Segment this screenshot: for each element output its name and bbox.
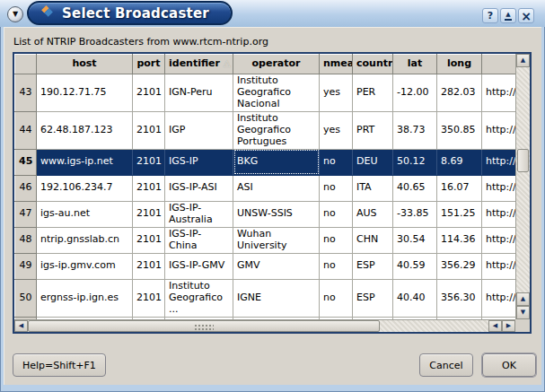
cell-url[interactable]: http://r [482,253,516,279]
scroll-left-button[interactable]: ◀ [14,320,28,332]
cell-operator[interactable]: BKG [233,149,320,175]
cell-url[interactable]: http://r [482,227,516,253]
cell-nmea[interactable]: no [320,279,353,317]
cell-long[interactable]: 282.03 [437,74,482,112]
cell-nmea[interactable]: no [320,227,353,253]
vertical-scroll-thumb[interactable] [517,149,529,172]
cell-port[interactable]: 2101 [133,227,165,253]
cancel-button[interactable]: Cancel [419,353,473,377]
cell-identifier[interactable]: IGS-IP-Australia [165,201,233,227]
column-header-nmea[interactable]: nmea [320,55,353,74]
cell-num[interactable]: 43 [15,74,37,112]
window-close-button[interactable]: × [518,8,534,23]
window-shade-button[interactable]: ▲ [500,8,516,23]
cell-identifier[interactable]: IGN-Peru [165,74,233,112]
window-menu-button[interactable]: ▼ [7,6,23,22]
cell-identifier[interactable]: IGP [165,111,233,149]
column-header-long[interactable]: long [437,55,482,74]
cell-url[interactable]: http://w ip.net/ [482,149,516,175]
cell-port[interactable]: 2101 [133,201,165,227]
cell-long[interactable]: 151.25 [437,201,482,227]
table-row[interactable]: 47igs-au.net2101IGS-IP-AustraliaUNSW-SSI… [15,201,516,227]
cell-lat[interactable]: -33.85 [393,201,437,227]
cell-lat[interactable]: 50.12 [393,149,437,175]
cell-port[interactable]: 2101 [133,253,165,279]
cell-country[interactable]: CHN [353,227,393,253]
cell-host[interactable]: igs-au.net [37,201,133,227]
column-header-lat[interactable]: lat [393,55,437,74]
table-row[interactable]: 50ergnss-ip.ign.es2101Instituto Geografi… [15,279,516,317]
cell-port[interactable]: 2101 [133,149,165,175]
column-header-port[interactable]: port [133,55,165,74]
table-row[interactable]: 46192.106.234.72101IGS-IP-ASIASInoITA40.… [15,175,516,201]
cell-url[interactable]: http://w [482,201,516,227]
ok-button[interactable]: OK [482,353,536,377]
scroll-up-button-secondary[interactable]: ▲ [516,292,530,306]
cell-country[interactable]: ITA [353,175,393,201]
table-row[interactable]: 4462.48.187.1232101IGPInstituto Geografi… [15,111,516,149]
cell-port[interactable]: 2101 [133,279,165,317]
cell-num[interactable]: 50 [15,279,37,317]
cell-operator[interactable]: IGNE [233,279,320,317]
cell-identifier[interactable]: IGS-IP-GMV [165,253,233,279]
column-header-operator[interactable]: operator [233,55,320,74]
column-header-host[interactable]: host [37,55,133,74]
column-header-country[interactable]: country [353,55,393,74]
cell-host[interactable]: www.igs-ip.net [37,149,133,175]
cell-long[interactable]: 350.85 [437,111,482,149]
cell-country[interactable]: AUS [353,201,393,227]
cell-country[interactable]: PRT [353,111,393,149]
cell-nmea[interactable]: no [320,253,353,279]
cell-operator[interactable]: ASI [233,175,320,201]
horizontal-scroll-thumb[interactable] [28,320,380,332]
cell-port[interactable]: 2101 [133,111,165,149]
table-row[interactable]: 43190.12.71.752101IGN-PeruInstituto Geog… [15,74,516,112]
column-header-identifier[interactable]: identifier△ [165,55,233,74]
cell-num[interactable]: 49 [15,253,37,279]
cell-long[interactable]: 8.69 [437,149,482,175]
cell-long[interactable]: 356.29 [437,253,482,279]
cell-identifier[interactable]: Instituto Geografico ... [165,279,233,317]
titlebar[interactable]: ▼ Select Broadcaster ? ▲ × [0,0,545,27]
cell-host[interactable]: 192.106.234.7 [37,175,133,201]
scroll-left-button-secondary[interactable]: ◀ [488,320,502,332]
table-row[interactable]: 49igs-ip.gmv.com2101IGS-IP-GMVGMVnoESP40… [15,253,516,279]
cell-operator[interactable]: Instituto Geografico Portugues [233,111,320,149]
cell-country[interactable]: ESP [353,279,393,317]
cell-country[interactable]: ESP [353,253,393,279]
cell-lat[interactable]: 40.40 [393,279,437,317]
cell-long[interactable]: 356.30 [437,279,482,317]
cell-long[interactable]: 114.36 [437,227,482,253]
cell-operator[interactable]: Wuhan University [233,227,320,253]
column-header-blank[interactable] [482,55,516,74]
cell-host[interactable]: igs-ip.gmv.com [37,253,133,279]
cell-operator[interactable]: Instituto Geografico Nacional [233,74,320,112]
cell-num[interactable]: 45 [15,149,37,175]
table-row[interactable]: 45www.igs-ip.net2101IGS-IPBKGnoDEU50.128… [15,149,516,175]
cell-operator[interactable]: UNSW-SSIS [233,201,320,227]
cell-lat[interactable]: 30.54 [393,227,437,253]
cell-country[interactable]: DEU [353,149,393,175]
cell-operator[interactable]: GMV [233,253,320,279]
cell-lat[interactable]: -12.00 [393,74,437,112]
cell-url[interactable]: http://w [482,279,516,317]
cell-lat[interactable]: 40.65 [393,175,437,201]
scroll-right-button[interactable]: ▶ [502,320,515,332]
window-help-button[interactable]: ? [482,8,498,23]
cell-country[interactable]: PER [353,74,393,112]
cell-host[interactable]: ergnss-ip.ign.es [37,279,133,317]
cell-num[interactable]: 46 [15,175,37,201]
cell-identifier[interactable]: IGS-IP-China [165,227,233,253]
horizontal-scrollbar[interactable]: ◀ ◀ ▶ [14,319,515,332]
scroll-up-button[interactable]: ▲ [516,54,530,67]
cell-nmea[interactable]: no [320,201,353,227]
cell-nmea[interactable]: no [320,149,353,175]
cell-host[interactable]: 190.12.71.75 [37,74,133,112]
scroll-down-button[interactable]: ▼ [516,306,530,319]
cell-nmea[interactable]: no [320,175,353,201]
column-header-blank[interactable] [15,55,37,74]
cell-lat[interactable]: 40.59 [393,253,437,279]
cell-long[interactable]: 16.07 [437,175,482,201]
cell-identifier[interactable]: IGS-IP-ASI [165,175,233,201]
cell-nmea[interactable]: yes [320,74,353,112]
